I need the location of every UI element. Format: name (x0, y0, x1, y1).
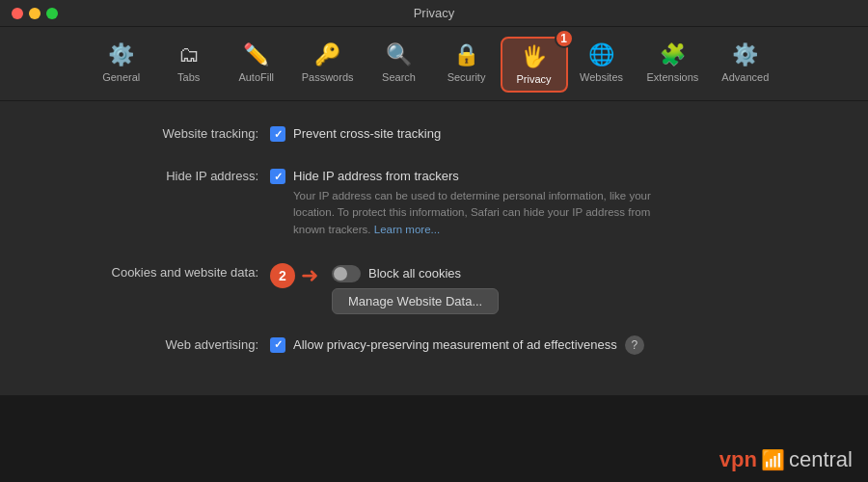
search-label: Search (382, 71, 416, 83)
websites-label: Websites (580, 71, 623, 83)
signal-icon: 📶 (761, 448, 785, 471)
security-label: Security (448, 71, 486, 83)
manage-website-data-button[interactable]: Manage Website Data... (332, 288, 499, 314)
help-button[interactable]: ? (625, 335, 644, 355)
arrow-icon: ➜ (301, 263, 318, 288)
hide-ip-text: Hide IP address from trackers (293, 167, 459, 183)
general-label: General (102, 71, 140, 83)
toolbar-item-search[interactable]: 🔍 Search (366, 37, 433, 93)
extensions-icon: 🧩 (660, 42, 686, 67)
hide-ip-description: Your IP address can be used to determine… (293, 188, 660, 238)
toolbar-item-websites[interactable]: 🌐 Websites (568, 37, 636, 93)
web-advertising-checkbox[interactable] (270, 337, 285, 353)
learn-more-link[interactable]: Learn more... (374, 224, 440, 235)
block-cookies-toggle[interactable] (332, 265, 361, 282)
advanced-label: Advanced (721, 71, 769, 83)
extensions-label: Extensions (647, 71, 699, 83)
titlebar: Privacy (0, 0, 868, 27)
tabs-icon: 🗂 (178, 42, 200, 67)
hide-ip-label: Hide IP address: (58, 167, 270, 183)
website-tracking-label: Website tracking: (58, 124, 270, 141)
window-title: Privacy (414, 6, 455, 20)
hide-ip-checkbox[interactable] (270, 169, 285, 184)
toolbar-item-passwords[interactable]: 🔑 Passwords (290, 37, 366, 93)
website-tracking-row: Website tracking: Prevent cross-site tra… (58, 120, 810, 146)
web-advertising-control: Allow privacy-preserving measurement of … (270, 335, 810, 355)
toolbar-item-extensions[interactable]: 🧩 Extensions (636, 37, 711, 93)
cookies-options: Block all cookies Manage Website Data... (332, 263, 499, 314)
toolbar: ⚙️ General 🗂 Tabs ✏️ AutoFill 🔑 Password… (0, 27, 868, 101)
cookies-label: Cookies and website data: (58, 263, 270, 280)
toolbar-item-privacy[interactable]: 1 🖐 Privacy (501, 37, 568, 93)
privacy-label: Privacy (516, 73, 551, 85)
step1-badge: 1 (555, 29, 574, 48)
step2-badge: 2 (270, 263, 295, 288)
websites-icon: 🌐 (588, 42, 614, 67)
autofill-icon: ✏️ (243, 42, 269, 67)
toolbar-item-autofill[interactable]: ✏️ AutoFill (223, 37, 290, 93)
hide-ip-content: Hide IP address from trackers Your IP ad… (293, 167, 660, 238)
traffic-lights (12, 8, 58, 19)
passwords-label: Passwords (302, 71, 354, 83)
minimize-button[interactable] (29, 8, 41, 19)
tabs-label: Tabs (177, 71, 200, 83)
block-cookies-text: Block all cookies (368, 264, 461, 281)
general-icon: ⚙️ (108, 42, 134, 67)
search-icon: 🔍 (386, 42, 412, 67)
hide-ip-row: Hide IP address: Hide IP address from tr… (58, 163, 810, 242)
watermark-central: central (789, 447, 853, 472)
autofill-label: AutoFill (238, 71, 274, 83)
web-advertising-text: Allow privacy-preserving measurement of … (293, 335, 617, 352)
cookies-control: 2 ➜ Block all cookies Manage Website Dat… (270, 263, 810, 314)
toolbar-item-security[interactable]: 🔒 Security (433, 37, 501, 93)
annotation-area: 2 ➜ (270, 263, 324, 288)
maximize-button[interactable] (46, 8, 58, 19)
hide-ip-control: Hide IP address from trackers Your IP ad… (270, 167, 810, 238)
toolbar-item-tabs[interactable]: 🗂 Tabs (155, 37, 223, 93)
security-icon: 🔒 (453, 42, 479, 67)
toolbar-item-advanced[interactable]: ⚙️ Advanced (710, 37, 780, 93)
web-advertising-row: Web advertising: Allow privacy-preservin… (58, 332, 810, 359)
web-advertising-label: Web advertising: (58, 335, 270, 352)
website-tracking-checkbox[interactable] (270, 126, 285, 142)
cookies-row: Cookies and website data: 2 ➜ Block all … (58, 259, 810, 318)
toolbar-item-general[interactable]: ⚙️ General (88, 37, 155, 93)
close-button[interactable] (12, 8, 23, 19)
block-cookies-row: Block all cookies (332, 263, 499, 282)
watermark: vpn 📶 central (719, 447, 853, 472)
settings-content: Website tracking: Prevent cross-site tra… (0, 101, 868, 395)
website-tracking-text: Prevent cross-site tracking (293, 124, 441, 141)
passwords-icon: 🔑 (314, 42, 340, 67)
watermark-vpn: vpn (719, 447, 757, 472)
website-tracking-control: Prevent cross-site tracking (270, 124, 810, 142)
privacy-icon: 🖐 (521, 44, 547, 69)
advanced-icon: ⚙️ (732, 42, 758, 67)
